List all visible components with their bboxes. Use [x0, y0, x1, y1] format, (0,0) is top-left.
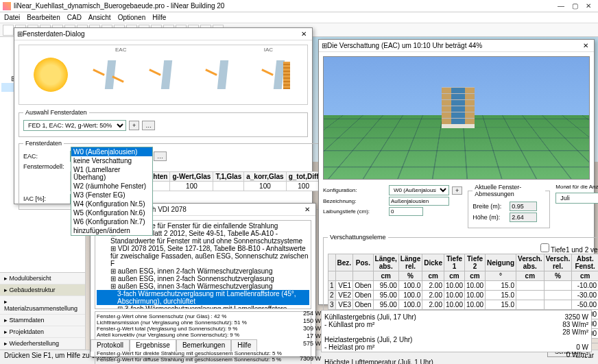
- label: EAC:: [23, 153, 67, 160]
- sidebar-panel[interactable]: ▸ Stammdaten: [0, 315, 85, 326]
- sidebar-panel[interactable]: ▸ Materialzusammenstellung: [0, 296, 85, 315]
- dropdown-option[interactable]: W1 (Lamellarer Überhang): [71, 165, 152, 182]
- window-diagram: [209, 58, 237, 92]
- window-diagram: [97, 58, 124, 92]
- window-diagram: [153, 58, 180, 92]
- fensterdaten-dialog: ⊞ Fensterdaten-Dialog✕ EAC IAC Auswahl F…: [14, 27, 313, 204]
- menu-view[interactable]: Ansicht: [88, 14, 111, 21]
- sidebar-panel[interactable]: ▸ Gebäudestruktur: [0, 284, 85, 296]
- toolbar-button[interactable]: [3, 25, 14, 36]
- label: Breite (m):: [473, 203, 507, 210]
- window-diagram-blind: [265, 58, 293, 92]
- more-button[interactable]: …: [154, 151, 167, 161]
- verschattung-dialog: ⊞ Die Verschattung (EAC) um 10:10 Uhr be…: [318, 39, 595, 305]
- power-values: 254 W150 W309 W17 W575 W 7309 W3329 W: [298, 310, 321, 364]
- menu-help[interactable]: Hilfe: [152, 14, 166, 21]
- eac-dropdown-list[interactable]: W0 (Außenjalousien)keine VerschattungW1 …: [71, 147, 153, 236]
- label: Konfiguration:: [323, 187, 386, 193]
- title-bar: liNear_Kuehllast_dynamisch_Buerogebaeude…: [0, 0, 598, 12]
- breite-display: [510, 202, 537, 211]
- dropdown-option[interactable]: W2 (räumhohe Fenster): [71, 182, 152, 191]
- window-title: liNear_Kuehllast_dynamisch_Buerogebaeude…: [14, 2, 554, 10]
- close-icon[interactable]: ✕: [580, 42, 591, 49]
- dialog-icon: ⊞: [322, 42, 327, 49]
- bottom-tabs: Protokoll Ergebnisse Bemerkungen Hilfe: [91, 339, 257, 352]
- fieldset-legend: Verschattungseleme: [328, 234, 388, 241]
- info-panel: Fenster-g-Wert ohne Sonnenschutz (nur Gl…: [95, 311, 311, 364]
- diagram-panel: EAC IAC: [19, 45, 308, 105]
- menu-file[interactable]: Datei: [4, 14, 20, 21]
- dialog-title: Die Verschattung (EAC) um 10:10 Uhr betr…: [327, 42, 580, 49]
- menu-edit[interactable]: Bearbeiten: [27, 14, 60, 21]
- dropdown-option[interactable]: W3 (Fenster EG): [71, 191, 152, 199]
- label: IAC [%]:: [23, 195, 67, 202]
- label: Höhe (m):: [473, 214, 507, 221]
- sun-icon: [34, 58, 68, 92]
- add-button[interactable]: +: [129, 121, 139, 130]
- dropdown-option[interactable]: W6 (Konfiguration Nr.7): [71, 217, 152, 226]
- fieldset-legend: Aktuelle Fenster-Abmessungen: [473, 184, 545, 197]
- building-model: [442, 87, 475, 128]
- label: Bezeichnung:: [323, 198, 386, 204]
- label: Laibungstiefe (cm):: [323, 208, 386, 215]
- hoehe-display: [510, 213, 537, 222]
- tab-bemerkungen[interactable]: Bemerkungen: [176, 339, 231, 352]
- dialog-icon: ⊞: [17, 30, 23, 38]
- sidebar-panel[interactable]: ▸ Modulübersicht: [0, 273, 85, 284]
- bez-input[interactable]: [389, 197, 449, 206]
- menu-bar: Datei Bearbeiten CAD Ansicht Optionen Hi…: [0, 12, 598, 23]
- tab-hilfe[interactable]: Hilfe: [231, 339, 257, 352]
- tree-node[interactable]: ⊞ außen ESG, innen 2-fach Wärmeschutzver…: [97, 267, 309, 275]
- dropdown-option[interactable]: hinzufügen/ändern: [71, 226, 152, 235]
- minimize-button[interactable]: —: [554, 1, 568, 11]
- tiefe-checkbox[interactable]: [540, 243, 549, 252]
- label: Fenstermodell:: [23, 163, 67, 170]
- label: Monat für die Anzeige: [555, 184, 598, 190]
- tab-protokoll[interactable]: Protokoll: [91, 339, 130, 352]
- monat-select[interactable]: Juli: [555, 193, 598, 204]
- add-button[interactable]: +: [452, 186, 462, 195]
- menu-cad[interactable]: CAD: [67, 14, 82, 21]
- tree-node[interactable]: 3-fach Wärmeschutzverglasung mit Lamelle…: [97, 290, 309, 305]
- results-panel: Kühllastergebnis (Juli, 17 Uhr)- Kühllas…: [321, 310, 592, 352]
- close-icon[interactable]: ✕: [298, 30, 309, 38]
- more-button[interactable]: …: [142, 121, 155, 130]
- sidebar-panel[interactable]: ▸ Wiederherstellung: [0, 338, 85, 350]
- app-icon: [3, 2, 11, 10]
- label-eac: EAC: [115, 47, 126, 53]
- 3d-view[interactable]: [323, 56, 590, 180]
- close-icon[interactable]: ✕: [302, 206, 313, 213]
- maximize-button[interactable]: ▢: [568, 1, 582, 11]
- label-iac: IAC: [264, 47, 273, 53]
- laib-input[interactable]: [389, 207, 423, 216]
- tree-node[interactable]: ⊞ 3-fach Wärmeschutzverglasung mit Lamel…: [97, 305, 309, 309]
- dropdown-option[interactable]: W5 (Konfiguration Nr.6): [71, 208, 152, 217]
- dropdown-option[interactable]: keine Verschattung: [71, 156, 152, 165]
- fieldset-legend: Fensterdaten: [23, 140, 64, 147]
- checkbox-label: Tiefe1 und 2 verbinden: [551, 246, 598, 254]
- tree-node[interactable]: ⊞ außen ESG, innen 3-fach Wärmeschutzver…: [97, 282, 309, 290]
- konfig-select[interactable]: W0 (Außenjalousien): [389, 185, 449, 195]
- tab-ergebnisse[interactable]: Ergebnisse: [130, 339, 176, 352]
- dropdown-option[interactable]: W4 (Konfiguration Nr.5): [71, 199, 152, 208]
- menu-options[interactable]: Optionen: [118, 14, 146, 21]
- close-button[interactable]: ✕: [582, 1, 595, 11]
- tree-node[interactable]: ⊞ VDI 2078 2015, Seite 127-128, Tabelle …: [97, 245, 309, 267]
- fieldset-legend: Auswahl Fensterdaten: [23, 109, 89, 116]
- tree-node[interactable]: ⊞ außen ESG, innen 2-fach Sonnenschutzve…: [97, 275, 309, 282]
- sidebar-panel[interactable]: ▸ Projektdaten: [0, 326, 85, 338]
- fed-select[interactable]: FED 1, EAC: W2, g-Wert: 50%: [23, 120, 126, 131]
- dialog-title: Fensterdaten-Dialog: [23, 30, 298, 38]
